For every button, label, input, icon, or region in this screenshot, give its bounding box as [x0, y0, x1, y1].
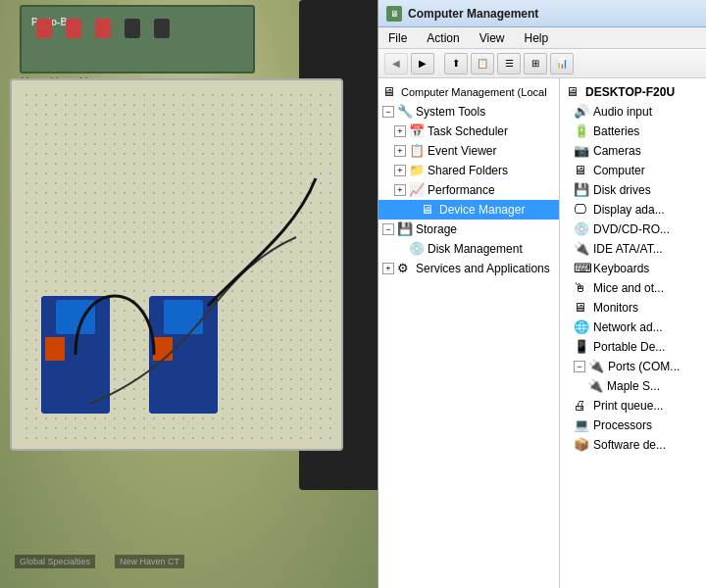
device-ports-com[interactable]: − 🔌 Ports (COM... — [560, 357, 706, 376]
toolbar-show-hide[interactable]: 📋 — [471, 53, 494, 74]
desktop-icon: 🖥 — [566, 84, 581, 100]
ports-icon: 🔌 — [588, 359, 604, 374]
print-queues-icon: 🖨 — [574, 398, 589, 414]
ide-ata-icon: 🔌 — [574, 241, 589, 257]
device-computer[interactable]: 🖥 Computer — [560, 161, 706, 180]
tree-storage[interactable]: − 💾 Storage — [378, 220, 559, 239]
software-icon: 📦 — [574, 437, 589, 453]
device-disk-drives[interactable]: 💾 Disk drives — [560, 180, 706, 200]
breadboard — [10, 78, 343, 451]
dvd-cdrom-label: DVD/CD-RO... — [593, 222, 670, 236]
expand-services-apps[interactable]: + — [382, 263, 394, 274]
arduino-board-2 — [149, 296, 218, 414]
device-portable[interactable]: 📱 Portable De... — [560, 337, 706, 357]
proto-board: Proto-B — [20, 5, 255, 74]
device-monitors[interactable]: 🖥 Monitors — [560, 298, 706, 318]
dvd-cdrom-icon: 💿 — [574, 221, 589, 237]
toolbar-up[interactable]: ⬆ — [444, 53, 468, 74]
services-apps-label: Services and Applications — [416, 262, 550, 275]
services-apps-icon: ⚙ — [397, 261, 413, 276]
computer-label: Computer — [593, 164, 645, 177]
toolbar-back[interactable]: ◀ — [384, 53, 408, 74]
tree-disk-management[interactable]: 💿 Disk Management — [378, 239, 559, 259]
monitors-icon: 🖥 — [574, 300, 589, 316]
device-ide-ata[interactable]: 🔌 IDE ATA/AT... — [560, 239, 706, 259]
audio-input-icon: 🔊 — [574, 104, 589, 120]
device-cameras[interactable]: 📷 Cameras — [560, 141, 706, 161]
audio-input-label: Audio input — [593, 105, 652, 119]
tree-task-scheduler[interactable]: + 📅 Task Scheduler — [378, 122, 559, 141]
computer-icon: 🖥 — [574, 163, 589, 178]
toolbar-btn5[interactable]: 📊 — [550, 53, 574, 74]
main-content: 🖥 Computer Management (Local − 🔧 System … — [378, 78, 706, 588]
device-mice[interactable]: 🖱 Mice and ot... — [560, 278, 706, 298]
task-scheduler-label: Task Scheduler — [428, 124, 508, 138]
shared-folders-icon: 📁 — [409, 163, 425, 178]
window-title: Computer Management — [408, 7, 538, 21]
maple-s-icon: 🔌 — [587, 378, 603, 394]
tree-event-viewer[interactable]: + 📋 Event Viewer — [378, 141, 559, 161]
disk-drives-label: Disk drives — [593, 183, 651, 197]
disk-management-icon: 💿 — [409, 241, 425, 257]
photo-section: Proto-B V₁ V₂ V₃ — [0, 0, 378, 588]
event-viewer-label: Event Viewer — [428, 144, 496, 158]
device-network-adapters[interactable]: 🌐 Network ad... — [560, 318, 706, 337]
device-manager-label: Device Manager — [439, 203, 525, 217]
processors-icon: 💻 — [574, 417, 589, 433]
expand-storage[interactable]: − — [382, 223, 394, 235]
toolbar-btn3[interactable]: ☰ — [497, 53, 521, 74]
tree-system-tools[interactable]: − 🔧 System Tools — [378, 102, 559, 122]
device-dvd-cdrom[interactable]: 💿 DVD/CD-RO... — [560, 220, 706, 239]
ide-ata-label: IDE ATA/AT... — [593, 242, 663, 256]
left-panel-header[interactable]: 🖥 Computer Management (Local — [378, 82, 559, 102]
toolbar: ◀ ▶ ⬆ 📋 ☰ ⊞ 📊 — [378, 49, 706, 78]
left-panel-title: Computer Management (Local — [401, 86, 547, 98]
device-processors[interactable]: 💻 Processors — [560, 416, 706, 435]
device-print-queues[interactable]: 🖨 Print queue... — [560, 396, 706, 416]
device-software[interactable]: 📦 Software de... — [560, 435, 706, 455]
task-scheduler-icon: 📅 — [409, 123, 425, 139]
device-display-adapters[interactable]: 🖵 Display ada... — [560, 200, 706, 220]
portable-label: Portable De... — [593, 340, 665, 354]
right-panel: 🖥 DESKTOP-F20U 🔊 Audio input 🔋 Batteries… — [560, 78, 706, 588]
menu-action[interactable]: Action — [423, 30, 463, 46]
monitors-label: Monitors — [593, 301, 638, 315]
toolbar-forward[interactable]: ▶ — [411, 53, 434, 74]
device-maple-s[interactable]: 🔌 Maple S... — [560, 376, 706, 396]
network-adapters-icon: 🌐 — [574, 319, 589, 335]
expand-performance[interactable]: + — [394, 184, 406, 196]
device-batteries[interactable]: 🔋 Batteries — [560, 122, 706, 141]
performance-label: Performance — [428, 183, 495, 197]
title-bar: 🖥 Computer Management — [378, 0, 706, 27]
toolbar-btn4[interactable]: ⊞ — [524, 53, 547, 74]
portable-icon: 📱 — [574, 339, 589, 355]
left-panel: 🖥 Computer Management (Local − 🔧 System … — [378, 78, 560, 588]
tree-shared-folders[interactable]: + 📁 Shared Folders — [378, 161, 559, 180]
display-adapters-label: Display ada... — [593, 203, 665, 217]
expand-task-scheduler[interactable]: + — [394, 125, 406, 137]
menu-view[interactable]: View — [476, 30, 509, 46]
right-panel-header[interactable]: 🖥 DESKTOP-F20U — [560, 82, 706, 102]
expand-shared-folders[interactable]: + — [394, 165, 406, 176]
expand-event-viewer[interactable]: + — [394, 145, 406, 157]
tree-device-manager[interactable]: 🖥 Device Manager — [378, 200, 559, 220]
menu-help[interactable]: Help — [521, 30, 553, 46]
brand-label-1: Global Specialties — [15, 555, 95, 568]
tree-services-apps[interactable]: + ⚙ Services and Applications — [378, 259, 559, 278]
expand-system-tools[interactable]: − — [382, 106, 394, 118]
performance-icon: 📈 — [409, 182, 425, 198]
expand-ports[interactable]: − — [574, 361, 585, 372]
print-queues-label: Print queue... — [593, 399, 663, 413]
tree-performance[interactable]: + 📈 Performance — [378, 180, 559, 200]
menu-bar: File Action View Help — [378, 27, 706, 49]
device-audio-input[interactable]: 🔊 Audio input — [560, 102, 706, 122]
maple-s-label: Maple S... — [607, 379, 660, 393]
processors-label: Processors — [593, 418, 652, 432]
device-keyboards[interactable]: ⌨ Keyboards — [560, 259, 706, 278]
arduino-board-1 — [41, 296, 110, 414]
disk-drives-icon: 💾 — [574, 182, 589, 198]
menu-file[interactable]: File — [384, 30, 411, 46]
system-tools-icon: 🔧 — [397, 104, 413, 120]
software-label: Software de... — [593, 438, 666, 452]
batteries-label: Batteries — [593, 124, 639, 138]
